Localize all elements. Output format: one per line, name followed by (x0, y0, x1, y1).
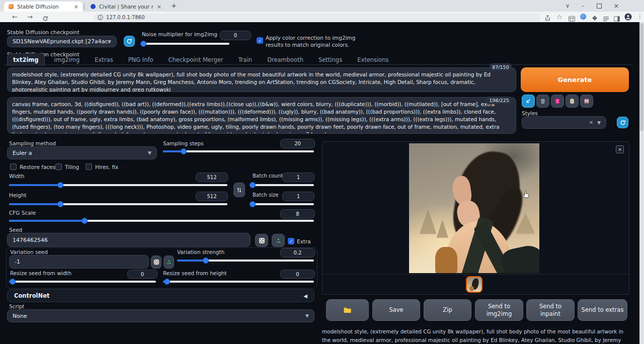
send-to-extras-button[interactable]: Send to extras (578, 299, 627, 321)
corset-detail (435, 247, 457, 273)
site-info-icon[interactable] (98, 15, 103, 20)
resize-seed-height-value[interactable]: 0 (280, 270, 315, 279)
hires-fix-label: Hires. fix (95, 164, 118, 170)
controlnet-accordion[interactable]: ControlNet ◀ (7, 289, 314, 302)
folder-icon (343, 307, 352, 313)
clear-prompt-button[interactable] (536, 95, 549, 108)
recycle-icon (166, 259, 172, 265)
window-menu-chevron-icon[interactable]: ∨ (566, 3, 570, 9)
height-slider[interactable] (9, 201, 227, 207)
browser-tab-active[interactable]: Stable Diffusion × (4, 2, 83, 12)
resize-seed-width-value[interactable]: 0 (127, 270, 157, 279)
width-slider[interactable] (9, 182, 227, 188)
variation-seed-label: Variation seed (10, 249, 48, 255)
batch-size-label: Batch size (253, 192, 278, 198)
cfg-scale-slider[interactable] (9, 217, 314, 224)
checkpoint-dropdown[interactable]: SD15NewVAEpruned.ckpt [27a4ac756c] ▼ (7, 36, 117, 47)
batch-count-value[interactable]: 1 (282, 173, 314, 182)
gallery-thumbnail-selected[interactable] (466, 276, 482, 293)
batch-size-slider[interactable] (250, 201, 314, 207)
height-label: Height (9, 192, 27, 198)
tab-close-icon[interactable]: × (157, 4, 162, 10)
omnibox[interactable]: 127.0.0.1:7860 (94, 14, 540, 22)
profile-avatar[interactable] (624, 13, 632, 23)
width-label: Width (9, 173, 25, 179)
clipboard-icon (569, 98, 575, 104)
batch-count-slider[interactable] (250, 182, 314, 188)
window-close-icon[interactable]: × (614, 2, 619, 10)
noise-multiplier-value[interactable]: 0 (220, 31, 251, 40)
sampling-steps-value[interactable]: 20 (280, 139, 315, 148)
send-to-img2img-button[interactable]: Send to img2img (475, 299, 523, 321)
variation-seed-input[interactable]: -1 (9, 255, 149, 269)
noise-multiplier-slider[interactable] (141, 40, 229, 47)
random-variation-seed-button[interactable] (151, 255, 162, 269)
negative-prompt-token-counter: 198/225 (486, 97, 512, 104)
sampling-steps-slider[interactable] (163, 148, 314, 154)
save-style-button[interactable] (580, 95, 593, 108)
extension-blue-dot-icon[interactable] (580, 14, 586, 20)
reuse-seed-button[interactable] (272, 234, 285, 247)
batch-size-value[interactable]: 1 (282, 192, 314, 201)
extra-networks-button[interactable] (551, 95, 564, 108)
apply-style-button[interactable] (566, 95, 579, 108)
extra-seed-checkbox[interactable]: ✓ (288, 238, 294, 244)
variation-strength-slider[interactable] (177, 257, 314, 264)
hires-fix-checkbox[interactable] (86, 163, 92, 170)
color-correction-label: Apply color correction to img2img result… (266, 34, 369, 48)
window-minimize-icon[interactable]: – (582, 3, 585, 9)
prompt-input[interactable]: modelshoot style, (extremely detailed CG… (7, 67, 516, 92)
close-gallery-button[interactable]: × (616, 145, 624, 153)
tab-close-icon[interactable]: × (74, 4, 78, 10)
back-icon[interactable]: ← (12, 14, 18, 20)
height-value[interactable]: 512 (196, 192, 228, 201)
prompt-token-counter: 87/150 (490, 63, 512, 71)
scrollbar-thumb[interactable] (640, 23, 643, 131)
sampling-method-dropdown[interactable]: Euler a ▼ (7, 146, 157, 159)
checkpoint-label: Stable Diffusion checkpoint (7, 29, 79, 35)
refresh-styles-button[interactable] (617, 117, 628, 128)
browser-menu-dots-icon[interactable]: ⋮ (637, 13, 643, 20)
new-tab-button[interactable]: + (170, 2, 178, 10)
recycle-icon (275, 237, 282, 244)
swap-width-height-button[interactable] (233, 183, 245, 197)
paste-params-button[interactable] (522, 95, 535, 108)
forward-icon[interactable]: → (27, 14, 33, 20)
browser-tab-title: Stable Diffusion (17, 4, 70, 10)
browser-tab-inactive[interactable]: Civitai | Share your models × (86, 2, 166, 12)
chevron-down-icon: ▼ (305, 313, 309, 318)
styles-dropdown[interactable]: ✕ ▼ (522, 116, 606, 129)
sampling-method-label: Sampling method (9, 140, 56, 146)
dice-icon (153, 259, 159, 265)
checkpoint-value: SD15NewVAEpruned.ckpt [27a4ac756c] (13, 38, 108, 45)
tab-separator (84, 4, 85, 10)
restore-faces-checkbox[interactable] (10, 163, 17, 170)
negative-prompt-input[interactable]: canvas frame, cartoon, 3d, ((disfigured)… (7, 97, 516, 134)
generate-button[interactable]: Generate (521, 67, 629, 92)
reuse-variation-seed-button[interactable] (164, 255, 174, 269)
send-to-inpaint-button[interactable]: Send to inpaint (526, 299, 575, 321)
cfg-scale-label: CFG Scale (9, 210, 36, 216)
floppy-save-icon (584, 98, 590, 104)
color-correction-checkbox[interactable]: ✓ (257, 37, 263, 44)
tiling-checkbox[interactable] (55, 163, 62, 170)
page-scrollbar[interactable] (639, 22, 644, 344)
bookmark-star-icon[interactable]: ☆ (556, 13, 562, 21)
open-folder-button[interactable] (326, 299, 369, 321)
clear-styles-icon[interactable]: ✕ (589, 120, 593, 125)
variation-strength-value[interactable]: 0.2 (280, 248, 315, 257)
generated-image[interactable] (409, 143, 539, 273)
script-dropdown[interactable]: None ▼ (7, 309, 314, 322)
window-restore-icon[interactable] (597, 4, 602, 9)
arrow-down-left-icon (525, 98, 531, 104)
resize-seed-height-slider[interactable] (163, 278, 314, 285)
reload-checkpoint-button[interactable] (124, 36, 135, 47)
script-value: None (13, 313, 27, 319)
width-value[interactable]: 512 (196, 173, 228, 182)
seed-input[interactable]: 1476462546 (7, 233, 251, 247)
save-button[interactable]: Save (372, 299, 420, 321)
zip-button[interactable]: Zip (424, 299, 471, 321)
tiling-label: Tiling (65, 164, 79, 170)
random-seed-button[interactable] (255, 234, 268, 247)
resize-seed-width-slider[interactable] (9, 278, 156, 285)
